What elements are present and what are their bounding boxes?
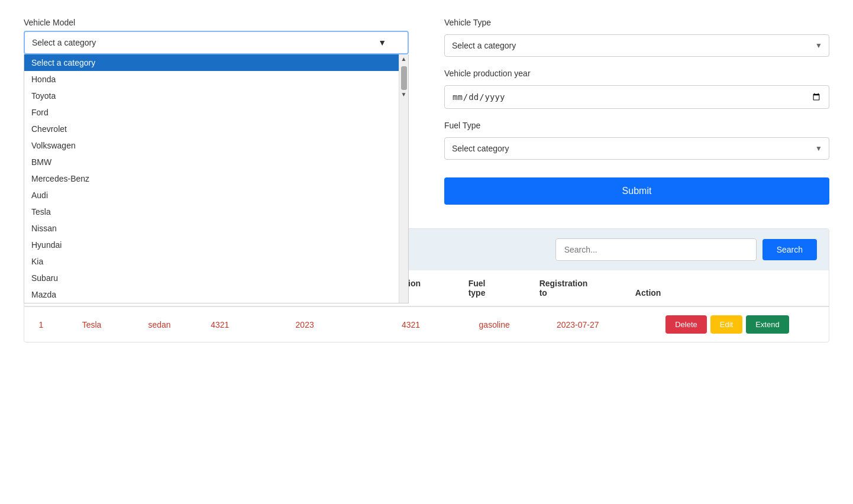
table-cell: gasoline	[459, 306, 530, 342]
vehicle-model-option[interactable]: Chevrolet	[24, 121, 399, 137]
delete-button[interactable]: Delete	[665, 315, 707, 334]
search-input[interactable]	[555, 238, 757, 261]
scrollbar-thumb[interactable]	[401, 66, 407, 90]
vehicle-model-option[interactable]: Toyota	[24, 88, 399, 104]
dropdown-scrollbar[interactable]: ▲ ▼	[399, 54, 408, 303]
table-body: 1Teslasedan432120234321gasoline2023-07-2…	[24, 306, 829, 342]
vehicle-model-option[interactable]: Mercedes-Benz	[24, 170, 399, 187]
col-registration-to: Registrationto	[530, 270, 626, 306]
production-year-group: Vehicle production year	[444, 69, 829, 109]
edit-button[interactable]: Edit	[710, 315, 742, 334]
vehicle-model-label: Vehicle Model	[24, 18, 409, 27]
vehicle-model-trigger[interactable]: Select a category ▼	[24, 31, 409, 54]
scroll-down-arrow[interactable]: ▼	[401, 90, 407, 99]
vehicle-model-option[interactable]: Kia	[24, 253, 399, 270]
col-action: Action	[626, 270, 829, 306]
vehicle-model-selected: Select a category	[32, 38, 96, 47]
extend-button[interactable]: Extend	[746, 315, 789, 334]
table-cell: 2023	[247, 306, 363, 342]
vehicle-model-options-list[interactable]: Select a categoryHondaToyotaFordChevrole…	[24, 54, 399, 303]
table-cell: 1	[24, 306, 58, 342]
production-year-input[interactable]	[444, 85, 829, 109]
fuel-type-label: Fuel Type	[444, 121, 829, 130]
vehicle-model-option[interactable]: Volkswagen	[24, 137, 399, 154]
table-row: 1Teslasedan432120234321gasoline2023-07-2…	[24, 306, 829, 342]
fuel-type-group: Fuel Type Select categoryGasolineDieselE…	[444, 121, 829, 160]
table-cell: 2023-07-27	[530, 306, 626, 342]
vehicle-model-option[interactable]: Ford	[24, 104, 399, 121]
chevron-down-icon: ▼	[378, 38, 386, 47]
table-cell: 4321	[363, 306, 458, 342]
submit-button[interactable]: Submit	[444, 177, 829, 205]
vehicle-model-option[interactable]: Honda	[24, 71, 399, 88]
vehicle-type-select-wrapper[interactable]: Select a categorySedanSUVTruckCoupeHatch…	[444, 34, 829, 57]
vehicle-model-option[interactable]: Hyundai	[24, 237, 399, 253]
table-cell: sedan	[125, 306, 193, 342]
production-year-label: Vehicle production year	[444, 69, 829, 78]
vehicle-type-label: Vehicle Type	[444, 18, 829, 27]
vehicle-model-option[interactable]: Nissan	[24, 220, 399, 237]
vehicle-model-option[interactable]: Tesla	[24, 203, 399, 220]
table-cell: Tesla	[58, 306, 126, 342]
vehicle-model-dropdown[interactable]: Select a category ▼ Select a categoryHon…	[24, 31, 409, 54]
vehicle-model-option[interactable]: Audi	[24, 187, 399, 203]
scroll-up-arrow[interactable]: ▲	[401, 54, 407, 64]
vehicle-type-group: Vehicle Type Select a categorySedanSUVTr…	[444, 18, 829, 57]
table-cell: 4321	[193, 306, 247, 342]
vehicle-model-list-wrapper: Select a categoryHondaToyotaFordChevrole…	[24, 54, 409, 303]
col-fuel-type: Fueltype	[459, 270, 530, 306]
search-button[interactable]: Search	[762, 239, 817, 260]
vehicle-model-option[interactable]: Mazda	[24, 286, 399, 303]
vehicle-type-select[interactable]: Select a categorySedanSUVTruckCoupeHatch…	[444, 34, 829, 57]
vehicle-model-option[interactable]: Subaru	[24, 270, 399, 286]
vehicle-model-option[interactable]: BMW	[24, 154, 399, 170]
fuel-type-select[interactable]: Select categoryGasolineDieselElectricHyb…	[444, 137, 829, 160]
vehicle-model-option[interactable]: Select a category	[24, 54, 399, 71]
fuel-type-select-wrapper[interactable]: Select categoryGasolineDieselElectricHyb…	[444, 137, 829, 160]
action-cell: Delete Edit Extend	[626, 306, 829, 342]
